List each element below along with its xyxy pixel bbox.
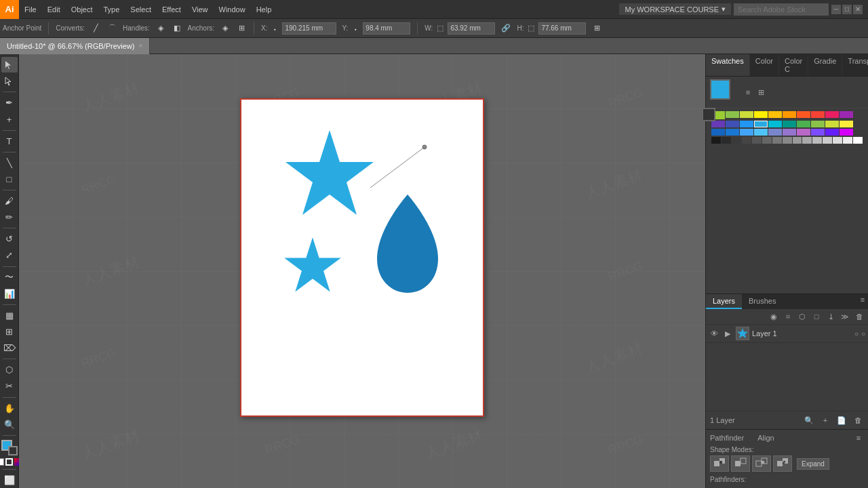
swatch-cell[interactable] bbox=[711, 121, 725, 127]
swatch-cell[interactable] bbox=[711, 129, 725, 136]
layers-add-icon[interactable]: + bbox=[819, 414, 831, 426]
tab-swatches[interactable]: Swatches bbox=[706, 54, 750, 76]
layer-row[interactable]: 👁 ▶ Layer 1 ○ ○ bbox=[706, 325, 868, 343]
gradient-tool[interactable]: ▦ bbox=[1, 308, 18, 323]
swatch-cell[interactable] bbox=[840, 121, 853, 127]
pen-tool[interactable]: ✒ bbox=[1, 95, 18, 110]
fill-icon[interactable] bbox=[0, 458, 4, 466]
layers-delete-icon[interactable]: 🗑 bbox=[852, 414, 864, 426]
unite-button[interactable] bbox=[710, 455, 729, 472]
anchors-extra[interactable]: ⊞ bbox=[236, 23, 247, 34]
swatch-cell[interactable] bbox=[783, 121, 796, 127]
swatch-cell[interactable] bbox=[812, 137, 822, 144]
pathfinder-menu-icon[interactable]: ≡ bbox=[853, 432, 864, 443]
swatch-cell[interactable] bbox=[783, 129, 796, 136]
swatch-cell[interactable] bbox=[825, 129, 839, 136]
swatch-cell[interactable] bbox=[840, 111, 853, 118]
swatch-cell[interactable] bbox=[811, 129, 825, 136]
doc-tab[interactable]: Untitled-10* @ 66.67% (RGB/Preview) × bbox=[0, 38, 150, 54]
layers-search-icon[interactable]: 🔍 bbox=[803, 414, 815, 426]
swatch-cell[interactable] bbox=[722, 137, 731, 144]
selection-tool[interactable] bbox=[1, 57, 18, 73]
canvas-area[interactable]: 人人素材 RRCG 人人素材 RRCG RRCG 人人素材 RRCG 人人素材 … bbox=[19, 54, 705, 488]
direct-selection-tool[interactable] bbox=[1, 73, 18, 89]
swatch-cell[interactable] bbox=[740, 129, 753, 136]
tab-brushes[interactable]: Brushes bbox=[742, 294, 783, 309]
swatch-cell[interactable] bbox=[740, 121, 753, 127]
layer-visibility-icon[interactable]: 👁 bbox=[709, 328, 719, 339]
swatch-cell[interactable] bbox=[783, 111, 796, 118]
x-input[interactable] bbox=[282, 22, 336, 35]
eyedropper-tool[interactable]: ⌦ bbox=[1, 340, 18, 356]
w-input[interactable] bbox=[448, 22, 495, 35]
swatch-cell[interactable] bbox=[742, 137, 751, 144]
tab-layers[interactable]: Layers bbox=[706, 294, 742, 309]
rotate-tool[interactable]: ↺ bbox=[1, 231, 18, 247]
line-tool[interactable]: ╲ bbox=[1, 155, 18, 171]
grid-view-icon[interactable]: ⊞ bbox=[755, 87, 766, 98]
artboard-tool[interactable]: ⬜ bbox=[1, 472, 18, 488]
tab-color[interactable]: Color bbox=[750, 54, 779, 76]
swatch-cell[interactable] bbox=[843, 137, 852, 144]
swatch-cell[interactable] bbox=[797, 121, 810, 127]
swatch-cell[interactable] bbox=[768, 111, 782, 118]
swatch-cell[interactable] bbox=[762, 137, 772, 144]
anchors-tool[interactable]: ◈ bbox=[220, 23, 231, 34]
menu-help[interactable]: Help bbox=[251, 0, 277, 18]
layer-trash-icon[interactable]: 🗑 bbox=[853, 310, 865, 323]
layer-edit-icon[interactable]: □ bbox=[810, 310, 823, 323]
swatch-cell[interactable] bbox=[833, 137, 842, 144]
hand-tool[interactable]: ✋ bbox=[1, 401, 18, 416]
tab-gradient[interactable]: Gradie bbox=[808, 54, 842, 76]
swatch-cell[interactable] bbox=[726, 121, 739, 127]
large-star-shape[interactable] bbox=[282, 127, 377, 223]
add-anchor-tool[interactable]: + bbox=[1, 111, 18, 127]
swatch-cell[interactable] bbox=[732, 137, 741, 144]
swatch-cell[interactable] bbox=[772, 137, 782, 144]
swatch-cell[interactable] bbox=[825, 111, 839, 118]
menu-view[interactable]: View bbox=[186, 0, 214, 18]
mesh-tool[interactable]: ⊞ bbox=[1, 324, 18, 340]
swatch-cell[interactable] bbox=[768, 121, 782, 127]
teardrop-shape[interactable] bbox=[370, 188, 445, 298]
minimize-button[interactable]: ─ bbox=[831, 5, 841, 14]
swatch-cell[interactable] bbox=[811, 111, 825, 118]
layer-expand-icon[interactable]: ▶ bbox=[722, 328, 733, 339]
swatch-cell[interactable] bbox=[754, 129, 768, 136]
layer-lock-icon[interactable]: ○ bbox=[854, 330, 859, 338]
swatch-cell[interactable] bbox=[797, 129, 810, 136]
swatch-cell[interactable] bbox=[811, 121, 825, 127]
layer-collect-icon[interactable]: ⬡ bbox=[796, 310, 808, 323]
rect-tool[interactable]: □ bbox=[1, 171, 18, 187]
warp-tool[interactable]: 〜 bbox=[1, 270, 18, 285]
h-input[interactable] bbox=[538, 22, 586, 35]
converts-tool2[interactable]: ⌒ bbox=[106, 23, 117, 34]
transform-icon[interactable]: ⊞ bbox=[591, 23, 602, 34]
y-input[interactable] bbox=[363, 22, 410, 35]
swatch-cell[interactable] bbox=[754, 111, 768, 118]
expand-button[interactable]: Expand bbox=[797, 458, 829, 470]
swatch-cell[interactable] bbox=[823, 137, 832, 144]
layer-target-dot[interactable]: ○ bbox=[861, 330, 865, 338]
menu-edit[interactable]: Edit bbox=[42, 0, 66, 18]
tab-transparency[interactable]: Transp bbox=[842, 54, 868, 76]
maximize-button[interactable]: □ bbox=[842, 5, 852, 14]
menu-type[interactable]: Type bbox=[98, 0, 125, 18]
close-button[interactable]: ✕ bbox=[853, 5, 863, 14]
menu-select[interactable]: Select bbox=[125, 0, 157, 18]
zoom-tool[interactable]: 🔍 bbox=[1, 417, 18, 432]
blend-tool[interactable]: ⬡ bbox=[1, 362, 18, 378]
minus-front-button[interactable] bbox=[731, 455, 750, 472]
tab-close-button[interactable]: × bbox=[138, 42, 142, 49]
swatch-cell[interactable] bbox=[726, 129, 739, 136]
type-tool[interactable]: T bbox=[1, 134, 18, 149]
stroke-color[interactable] bbox=[8, 446, 18, 455]
menu-window[interactable]: Window bbox=[214, 0, 251, 18]
pencil-tool[interactable]: ✏ bbox=[1, 209, 18, 225]
layers-page-icon[interactable]: 📄 bbox=[835, 414, 848, 426]
small-star-shape[interactable] bbox=[282, 235, 343, 298]
layers-menu-icon[interactable]: ≡ bbox=[857, 294, 868, 305]
swatch-cell[interactable] bbox=[752, 137, 762, 144]
swatch-cell[interactable] bbox=[726, 111, 739, 118]
fill-swatch[interactable] bbox=[710, 79, 730, 100]
